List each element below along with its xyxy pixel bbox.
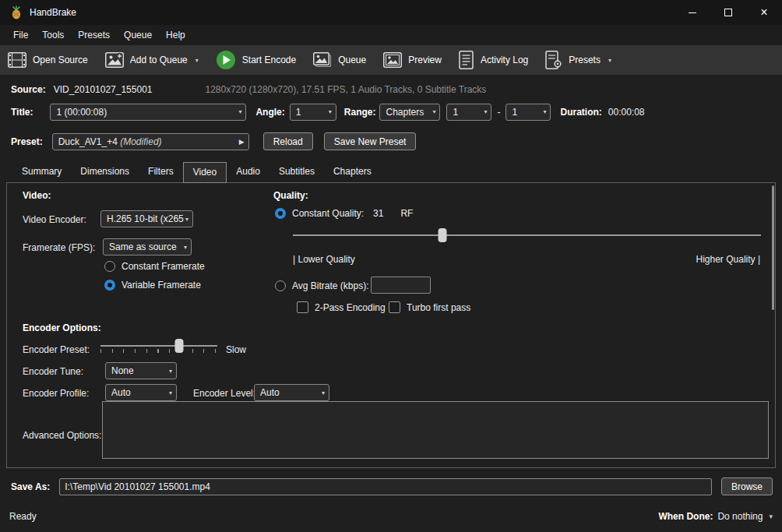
minimize-button[interactable] xyxy=(675,0,710,25)
tab-audio[interactable]: Audio xyxy=(227,162,269,182)
open-source-label: Open Source xyxy=(33,55,88,65)
range-type-select[interactable]: Chapters ▾ xyxy=(379,104,440,121)
chevron-down-icon: ▾ xyxy=(169,389,172,396)
range-label: Range: xyxy=(344,107,376,118)
panel-scrollbar[interactable] xyxy=(772,185,774,310)
menu-presets[interactable]: Presets xyxy=(71,26,117,44)
video-tab-panel: Video: Video Encoder: H.265 10-bit (x265… xyxy=(6,182,776,468)
higher-quality-label: Higher Quality | xyxy=(696,254,760,265)
photo-stack-icon xyxy=(313,52,332,68)
status-bar: Ready When Done: Do nothing ▾ xyxy=(0,506,782,532)
tab-dimensions[interactable]: Dimensions xyxy=(71,162,139,182)
constant-quality-value: 31 xyxy=(373,208,383,219)
encoder-profile-select[interactable]: Auto ▾ xyxy=(105,384,177,401)
encoder-preset-slider[interactable] xyxy=(100,337,217,354)
handbrake-logo-icon xyxy=(9,5,23,19)
play-icon xyxy=(216,50,236,70)
menu-queue[interactable]: Queue xyxy=(117,26,159,44)
preview-button[interactable]: Preview xyxy=(383,52,442,68)
turbo-first-pass-checkbox[interactable]: Turbo first pass xyxy=(389,301,470,313)
when-done-dropdown[interactable]: When Done: Do nothing ▾ xyxy=(658,511,773,522)
tab-chapters[interactable]: Chapters xyxy=(324,162,381,182)
tab-bar: Summary Dimensions Filters Video Audio S… xyxy=(12,162,782,182)
tab-video[interactable]: Video xyxy=(183,162,227,183)
titlebar: HandBrake × xyxy=(0,0,782,25)
start-encode-button[interactable]: Start Encode xyxy=(216,50,296,70)
avg-bitrate-input[interactable] xyxy=(371,277,431,294)
framerate-value: Same as source xyxy=(109,241,182,252)
encoder-profile-value: Auto xyxy=(111,387,167,398)
radio-selected-icon xyxy=(275,208,286,219)
preset-select[interactable]: Duck_AV1_+4 (Modified) ▶ xyxy=(52,133,249,150)
chevron-down-icon: ▾ xyxy=(769,513,773,520)
open-source-button[interactable]: Open Source xyxy=(8,52,88,68)
title-select-value: 1 (00:00:08) xyxy=(56,107,237,118)
framerate-select[interactable]: Same as source ▾ xyxy=(103,238,192,255)
title-label: Title: xyxy=(11,107,33,118)
source-details: 1280x720 (1280x720), 17.51 FPS, 1 Audio … xyxy=(205,84,486,95)
duration-value: 00:00:08 xyxy=(608,107,645,118)
slider-thumb[interactable] xyxy=(439,228,447,242)
tab-summary[interactable]: Summary xyxy=(12,162,71,182)
angle-label: Angle: xyxy=(255,107,284,118)
quality-slider[interactable] xyxy=(293,227,761,244)
framerate-label: Framerate (FPS): xyxy=(23,242,95,253)
preset-label: Preset: xyxy=(11,136,43,147)
encoder-tune-label: Encoder Tune: xyxy=(23,366,83,377)
source-label: Source: xyxy=(11,84,46,95)
when-done-label: When Done: xyxy=(658,511,713,522)
menu-file[interactable]: File xyxy=(6,26,35,44)
video-encoder-value: H.265 10-bit (x265 xyxy=(107,213,184,224)
video-encoder-select[interactable]: H.265 10-bit (x265 ▾ xyxy=(100,210,193,227)
preview-label: Preview xyxy=(408,55,442,65)
range-end-select[interactable]: 1 ▾ xyxy=(505,104,551,121)
variable-framerate-radio[interactable]: Variable Framerate xyxy=(104,280,201,291)
window-title: HandBrake xyxy=(30,7,76,18)
constant-quality-radio[interactable]: Constant Quality: 31 RF xyxy=(275,208,413,219)
save-new-preset-button[interactable]: Save New Preset xyxy=(324,132,417,150)
browse-button[interactable]: Browse xyxy=(721,477,773,495)
queue-button[interactable]: Queue xyxy=(313,52,366,68)
queue-label: Queue xyxy=(338,55,366,65)
toolbar: Open Source Add to Queue ▾ Start Encode xyxy=(0,45,782,75)
constant-quality-label: Constant Quality: xyxy=(292,208,364,219)
maximize-button[interactable] xyxy=(710,0,746,25)
two-pass-checkbox[interactable]: 2-Pass Encoding xyxy=(297,301,386,313)
range-start-value: 1 xyxy=(453,107,482,118)
chevron-down-icon: ▾ xyxy=(484,108,487,115)
presets-gear-icon xyxy=(545,51,562,69)
avg-bitrate-radio[interactable]: Avg Bitrate (kbps): xyxy=(275,280,368,291)
save-as-input[interactable] xyxy=(59,478,712,495)
activity-log-label: Activity Log xyxy=(481,55,528,65)
angle-select[interactable]: 1 ▾ xyxy=(290,104,336,121)
slider-thumb[interactable] xyxy=(174,339,183,353)
tab-filters[interactable]: Filters xyxy=(139,162,183,182)
tab-subtitles[interactable]: Subtitles xyxy=(269,162,324,182)
reload-button[interactable]: Reload xyxy=(263,132,313,150)
activity-log-button[interactable]: Activity Log xyxy=(459,51,528,69)
checkbox-unchecked-icon xyxy=(297,301,308,313)
close-button[interactable]: × xyxy=(746,0,782,25)
window-controls: × xyxy=(675,0,782,25)
add-to-queue-label: Add to Queue xyxy=(130,55,188,65)
quality-section-heading: Quality: xyxy=(273,190,308,201)
title-select[interactable]: 1 (00:00:08) ▾ xyxy=(50,104,246,121)
constant-framerate-radio[interactable]: Constant Framerate xyxy=(104,261,205,272)
save-as-row: Save As: Browse xyxy=(0,477,782,495)
encoder-level-select[interactable]: Auto ▾ xyxy=(254,384,329,401)
radio-unselected-icon xyxy=(275,280,286,291)
presets-button[interactable]: Presets ▾ xyxy=(545,51,611,69)
add-to-queue-button[interactable]: Add to Queue ▾ xyxy=(105,52,199,68)
save-as-label: Save As: xyxy=(11,481,50,492)
encoder-tune-select[interactable]: None ▾ xyxy=(105,362,177,379)
range-start-select[interactable]: 1 ▾ xyxy=(446,104,491,121)
slider-track xyxy=(100,345,217,347)
encoder-level-label: Encoder Level: xyxy=(193,388,255,399)
log-document-icon xyxy=(459,51,474,69)
advanced-options-input[interactable] xyxy=(102,401,769,459)
radio-unselected-icon xyxy=(104,261,115,272)
menu-help[interactable]: Help xyxy=(159,26,192,44)
variable-framerate-label: Variable Framerate xyxy=(122,280,201,291)
menu-tools[interactable]: Tools xyxy=(35,26,71,44)
encoder-preset-label: Encoder Preset: xyxy=(23,344,90,355)
